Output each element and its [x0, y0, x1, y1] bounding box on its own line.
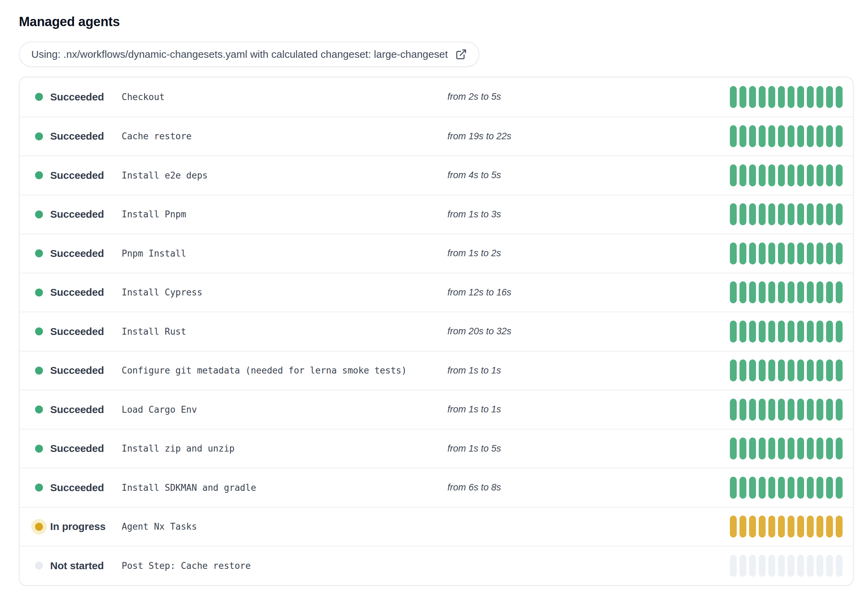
agent-bar-segment — [807, 203, 814, 225]
agent-progress-bar — [730, 164, 843, 186]
agent-step-row: Succeeded Configure git metadata (needed… — [19, 351, 853, 390]
step-name: Install Rust — [122, 326, 447, 337]
agent-bar-segment — [778, 281, 785, 303]
agent-bar-segment — [730, 86, 737, 108]
status-dot — [35, 210, 43, 218]
agent-bar-segment — [749, 203, 756, 225]
agent-bar-segment — [749, 515, 756, 537]
step-duration: from 6s to 8s — [447, 482, 501, 493]
status-cell: Succeeded — [35, 170, 122, 181]
agent-bar-segment — [816, 164, 823, 186]
agent-progress-bar — [730, 243, 843, 265]
agent-bar-segment — [816, 243, 823, 265]
agent-bar-segment — [768, 281, 775, 303]
agent-bar-segment — [740, 164, 746, 186]
agent-bar-segment — [740, 515, 746, 537]
step-duration: from 1s to 5s — [447, 443, 501, 454]
agent-step-row: Succeeded Install e2e deps from 4s to 5s — [19, 155, 853, 195]
status-cell: Succeeded — [35, 209, 122, 220]
agent-bar-segment — [797, 243, 804, 265]
agent-bar-segment — [759, 281, 766, 303]
agent-bar-segment — [807, 515, 814, 537]
agent-bar-segment — [807, 125, 814, 147]
status-label: Succeeded — [50, 91, 104, 103]
agent-bar-segment — [730, 515, 737, 537]
agent-step-row: Succeeded Install zip and unzip from 1s … — [19, 429, 853, 468]
agent-bar-segment — [807, 243, 814, 265]
agent-bar-segment — [836, 477, 843, 499]
agent-bar-segment — [778, 438, 785, 459]
agent-bar-segment — [797, 125, 804, 147]
managed-agents-page: Managed agents Using: .nx/workflows/dyna… — [0, 0, 868, 586]
agent-bar-segment — [768, 243, 775, 265]
agent-bar-segment — [768, 515, 775, 537]
agent-bar-segment — [730, 321, 737, 343]
agent-bar-segment — [768, 477, 775, 499]
agent-bar-segment — [816, 555, 823, 577]
agent-bar-segment — [740, 477, 746, 499]
status-label: Succeeded — [50, 130, 104, 142]
agent-bar-segment — [778, 515, 785, 537]
workflow-link-pill[interactable]: Using: .nx/workflows/dynamic-changesets.… — [19, 41, 479, 67]
step-duration: from 2s to 5s — [447, 92, 501, 102]
agent-bar-segment — [778, 399, 785, 420]
agent-bar-segment — [797, 321, 804, 343]
agent-bar-segment — [816, 281, 823, 303]
status-label: Succeeded — [50, 209, 104, 220]
step-duration: from 1s to 1s — [447, 404, 501, 415]
agent-bar-segment — [797, 203, 804, 225]
step-duration: from 19s to 22s — [447, 131, 511, 142]
agent-step-row: Succeeded Install SDKMAN and gradle from… — [19, 468, 853, 507]
agent-bar-segment — [749, 555, 756, 577]
agent-bar-segment — [778, 164, 785, 186]
agent-step-row: In progress Agent Nx Tasks — [19, 507, 853, 546]
agent-bar-segment — [788, 281, 794, 303]
step-duration: from 4s to 5s — [447, 170, 501, 181]
agent-bar-segment — [797, 399, 804, 420]
agent-step-row: Succeeded Checkout from 2s to 5s — [19, 77, 853, 117]
agent-bar-segment — [797, 86, 804, 108]
agent-bar-segment — [826, 125, 833, 147]
status-dot — [35, 367, 43, 374]
agents-list: Succeeded Checkout from 2s to 5s Succeed… — [19, 77, 853, 586]
status-dot — [35, 484, 43, 491]
status-cell: Not started — [35, 560, 122, 571]
agent-bar-segment — [816, 438, 823, 459]
agent-bar-segment — [807, 86, 814, 108]
agent-bar-segment — [788, 125, 794, 147]
step-name: Pnpm Install — [122, 248, 447, 259]
agent-bar-segment — [778, 360, 785, 382]
agent-bar-segment — [759, 203, 766, 225]
agent-bar-segment — [768, 555, 775, 577]
agent-bar-segment — [749, 360, 756, 382]
agent-bar-segment — [759, 438, 766, 459]
status-label: Not started — [50, 560, 104, 571]
step-name: Install Pnpm — [122, 209, 447, 219]
agent-bar-segment — [740, 243, 746, 265]
agent-bar-segment — [807, 477, 814, 499]
status-cell: Succeeded — [35, 364, 122, 376]
status-dot — [35, 289, 43, 296]
agent-bar-segment — [836, 515, 843, 537]
status-dot — [35, 562, 43, 570]
agent-bar-segment — [836, 164, 843, 186]
agent-bar-segment — [730, 360, 737, 382]
agent-bar-segment — [730, 203, 737, 225]
status-label: Succeeded — [50, 248, 104, 259]
agent-bar-segment — [836, 125, 843, 147]
status-cell: Succeeded — [35, 287, 122, 298]
agent-bar-segment — [826, 86, 833, 108]
agent-bar-segment — [788, 515, 794, 537]
agent-bar-segment — [816, 477, 823, 499]
agent-step-row: Succeeded Pnpm Install from 1s to 2s — [19, 234, 853, 273]
agent-bar-segment — [768, 164, 775, 186]
agent-progress-bar — [730, 360, 843, 382]
agent-bar-segment — [826, 555, 833, 577]
agent-bar-segment — [740, 203, 746, 225]
status-label: Succeeded — [50, 482, 104, 494]
agent-bar-segment — [826, 321, 833, 343]
workflow-link-text: Using: .nx/workflows/dynamic-changesets.… — [31, 49, 448, 60]
agent-step-row: Succeeded Cache restore from 19s to 22s — [19, 117, 853, 156]
agent-bar-segment — [826, 243, 833, 265]
agent-progress-bar — [730, 477, 843, 499]
